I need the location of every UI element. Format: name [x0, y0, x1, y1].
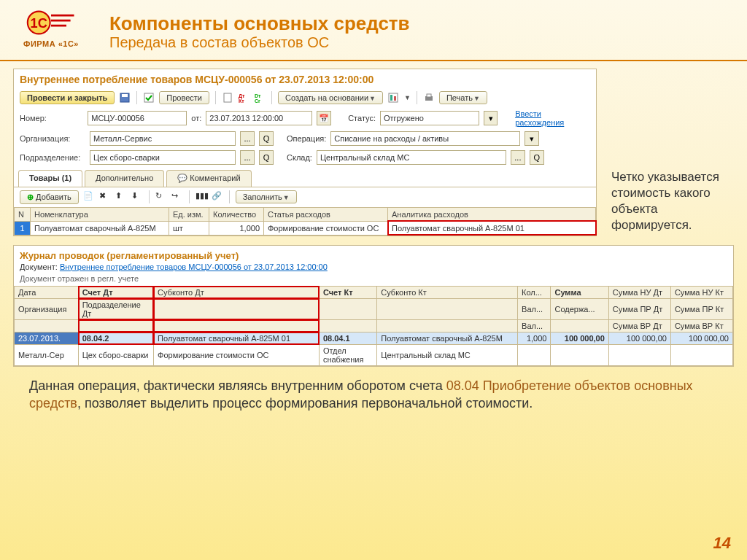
jcell-subdt: Полуавтомат сварочный А-825М 01 — [154, 332, 320, 344]
org-label: Организация: — [20, 134, 85, 143]
diff-link[interactable]: Ввести расхождения — [515, 109, 590, 127]
dtkt-icon[interactable]: ДтКт — [238, 92, 249, 104]
jcol-snu-kt: Сумма НУ Кт — [670, 286, 732, 298]
journal-row[interactable]: Металл-Сер Цех сборо-сварки Формирование… — [15, 344, 733, 365]
firma-label: ФИРМА «1С» — [15, 39, 88, 48]
jcol-org: Организация — [15, 298, 79, 319]
page-title: Компоненты основных средств — [109, 13, 410, 34]
jcol-sdt: Счет Дт — [78, 286, 153, 298]
1c-logo-icon: 1С — [26, 9, 77, 38]
toolbar-sep — [417, 91, 417, 104]
jcol-val: Вал... — [518, 298, 551, 319]
podr-input[interactable]: Цех сборо-сварки — [90, 150, 236, 165]
goods-grid: N Номенклатура Ед. изм. Количество Стать… — [14, 207, 596, 236]
col-nom: Номенклатура — [31, 207, 169, 221]
tab-goods[interactable]: Товары (1) — [18, 170, 82, 187]
toolbar-sep — [215, 91, 216, 104]
from-label: от: — [191, 114, 201, 122]
org-open-button[interactable]: Q — [259, 131, 274, 146]
table-row[interactable]: 1 Полуавтомат сварочный А-825М шт 1,000 … — [15, 221, 596, 235]
comment-icon: 💬 — [177, 174, 187, 184]
bottom-text: Данная операция, фактически являясь внут… — [29, 377, 718, 413]
tab-comment[interactable]: 💬Комментарий — [166, 170, 251, 187]
jcol-svr-dt: Сумма ВР Дт — [608, 319, 670, 332]
svg-text:Кт: Кт — [239, 98, 244, 104]
svg-text:Dт: Dт — [255, 93, 261, 98]
number-input[interactable]: МСЦУ-000056 — [88, 111, 187, 125]
link-icon[interactable]: 🔗 — [212, 191, 223, 203]
status-label: Статус: — [348, 114, 376, 122]
journal-table: Дата Счет Дт Субконто Дт Счет Кт Субконт… — [14, 286, 733, 366]
report-icon[interactable] — [387, 92, 399, 104]
podr-open-button[interactable]: Q — [259, 150, 274, 165]
jcell-sdt: 08.04.2 — [78, 332, 153, 344]
barcode-icon[interactable]: ▮▮▮ — [196, 191, 207, 203]
sklad-open-button[interactable]: Q — [530, 150, 544, 165]
journal-doc-link[interactable]: Внутреннее потребление товаров МСЦУ-0000… — [60, 262, 328, 271]
title-block: Компоненты основных средств Передача в с… — [109, 13, 410, 51]
cell-qty: 1,000 — [209, 221, 264, 235]
svg-text:1С: 1С — [31, 16, 47, 31]
jcol-subdt: Субконто Дт — [154, 286, 320, 298]
tabs: Товары (1) Дополнительно 💬Комментарий — [14, 170, 596, 187]
jcol-sod: Содержа... — [551, 298, 608, 319]
jcol-sum: Сумма — [551, 286, 608, 298]
logo-block: 1С ФИРМА «1С» — [15, 9, 88, 48]
number-label: Номер: — [20, 114, 83, 122]
jcell-date: 23.07.2013. — [15, 332, 79, 344]
jcell-subkt: Полуавтомат сварочный А-825М — [377, 332, 518, 344]
podr-label: Подразделение: — [20, 153, 85, 162]
col-art: Статья расходов — [264, 207, 388, 221]
sklad-input[interactable]: Центральный склад МС — [317, 150, 506, 165]
redo-icon[interactable]: ↻ — [155, 191, 167, 203]
calendar-button[interactable]: 📅 — [317, 111, 330, 125]
cell-nom: Полуавтомат сварочный А-825М — [31, 221, 169, 235]
create-base-button[interactable]: Создать на основании▼ — [278, 91, 383, 104]
print-icon[interactable] — [423, 92, 435, 104]
save-icon[interactable] — [119, 92, 131, 104]
up-icon[interactable]: ⬆ — [115, 191, 127, 203]
document-panel: Внутреннее потребление товаров МСЦУ-0000… — [13, 69, 597, 236]
jcell-sum: 100 000,00 — [551, 332, 608, 344]
podr-pick-button[interactable]: ... — [240, 150, 255, 165]
from-input[interactable]: 23.07.2013 12:00:00 — [206, 111, 312, 125]
jcell-subdt2: Формирование стоимости ОС — [154, 344, 320, 365]
col-unit: Ед. изм. — [169, 207, 209, 221]
delete-icon[interactable]: ✖ — [99, 191, 111, 203]
status-input[interactable]: Отгружено — [380, 111, 479, 125]
share-icon[interactable]: ↪ — [171, 191, 183, 203]
copy-icon[interactable]: 📄 — [83, 191, 95, 203]
dtkt-green-icon[interactable]: DтCг — [254, 92, 266, 104]
print-button[interactable]: Печать▼ — [439, 91, 487, 104]
col-qty: Количество — [209, 207, 264, 221]
oper-drop-button[interactable]: ▾ — [525, 131, 539, 146]
side-note: Четко указывается стоимость какого объек… — [611, 169, 728, 233]
add-button[interactable]: ⊕ Добавить — [20, 190, 79, 204]
svg-rect-10 — [389, 93, 398, 102]
jcell-subkt2: Центральный склад МС — [377, 344, 518, 365]
jcol-spr-kt: Сумма ПР Кт — [670, 298, 732, 319]
jcell-skt: 08.04.1 — [319, 332, 376, 344]
oper-input[interactable]: Списание на расходы / активы — [330, 131, 520, 146]
doc-icon[interactable] — [222, 92, 233, 104]
org-input[interactable]: Металл-Сервис — [90, 131, 236, 146]
sklad-label: Склад: — [287, 153, 312, 162]
jcell-podr: Цех сборо-сварки — [78, 344, 153, 365]
doc-title: Внутреннее потребление товаров МСЦУ-0000… — [14, 69, 596, 88]
sklad-pick-button[interactable]: ... — [511, 150, 525, 165]
col-anal: Аналитика расходов — [388, 207, 596, 221]
down-icon[interactable]: ⬇ — [131, 191, 143, 203]
tab-additional[interactable]: Дополнительно — [85, 170, 164, 187]
jcell-org: Металл-Сер — [15, 344, 79, 365]
post-button[interactable]: Провести — [159, 91, 209, 104]
page-number: 14 — [713, 534, 731, 553]
org-pick-button[interactable]: ... — [240, 131, 255, 146]
goods-toolbar: ⊕ Добавить 📄 ✖ ⬆ ⬇ ↻ ↪ ▮▮▮ 🔗 Заполнить▼ — [14, 187, 596, 207]
post-icon[interactable] — [143, 92, 155, 104]
status-drop-button[interactable]: ▾ — [484, 111, 498, 125]
cell-unit: шт — [169, 221, 209, 235]
post-and-close-button[interactable]: Провести и закрыть — [20, 91, 115, 104]
fill-button[interactable]: Заполнить▼ — [236, 190, 297, 203]
toolbar-sep — [136, 91, 137, 104]
journal-row[interactable]: 23.07.2013. 08.04.2 Полуавтомат сварочны… — [15, 332, 733, 344]
